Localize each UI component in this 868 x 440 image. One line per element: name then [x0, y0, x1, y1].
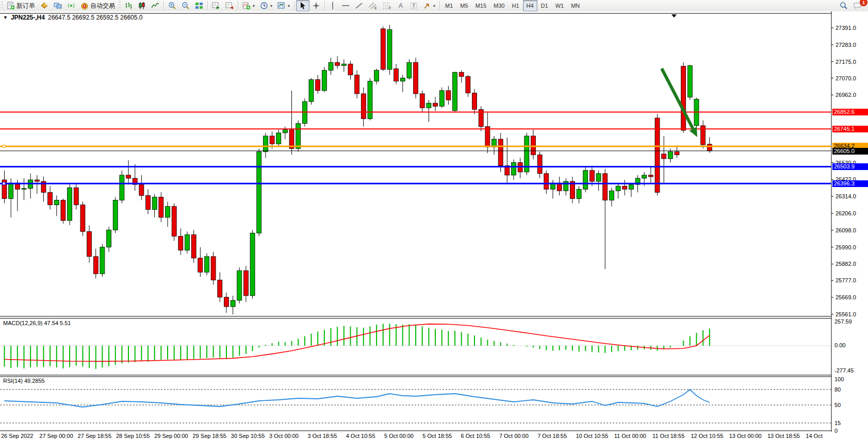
- symbol-dropdown-icon[interactable]: ▼: [3, 15, 8, 20]
- toolbar-grip[interactable]: [119, 1, 121, 10]
- vertical-line-tool[interactable]: [326, 0, 339, 11]
- timeframe-m30[interactable]: M30: [490, 0, 508, 11]
- line-chart-button[interactable]: [149, 0, 162, 11]
- chart-canvas[interactable]: 27391.027283.027175.027070.026962.026530…: [0, 11, 868, 440]
- candlestick-chart-button[interactable]: [135, 0, 149, 11]
- chart-shift-marker[interactable]: [672, 14, 677, 18]
- time-axis-label: 4 Oct 10:55: [346, 433, 375, 439]
- toolbar-grip[interactable]: [1, 1, 3, 10]
- trendline-tool[interactable]: [352, 0, 366, 11]
- candle-bullish: [427, 103, 431, 108]
- time-axis-label: 11 Oct 18:55: [652, 433, 684, 439]
- candle-bullish: [453, 72, 457, 110]
- time-axis-label: 27 Sep 00:00: [39, 433, 73, 439]
- price-tick-label: 25990.0: [836, 244, 856, 250]
- auto-scroll-button[interactable]: [209, 0, 223, 11]
- timeframe-w1[interactable]: W1: [552, 0, 568, 11]
- candle-bearish: [35, 180, 39, 181]
- periods-button[interactable]: ▾: [257, 0, 275, 11]
- time-axis-label: 29 Sep 00:00: [154, 433, 188, 439]
- timeframe-m5[interactable]: M5: [456, 0, 471, 11]
- vertical-line-icon: [329, 2, 336, 10]
- timeframe-m15[interactable]: M15: [472, 0, 490, 11]
- arrows-tool[interactable]: ▾: [420, 0, 438, 11]
- bar-chart-button[interactable]: [122, 0, 135, 11]
- timeframe-m1[interactable]: M1: [441, 0, 456, 11]
- cursor-icon: [299, 2, 307, 10]
- text-label-tool[interactable]: T: [407, 0, 420, 11]
- time-axis-label: 3 Oct 00:00: [269, 433, 299, 439]
- zoom-out-button[interactable]: [179, 0, 192, 11]
- toolbar-separator: [294, 1, 294, 10]
- zoom-in-button[interactable]: [166, 0, 179, 11]
- auto-trading-button[interactable]: 自动交易: [78, 0, 118, 11]
- macd-indicator-label: MACD(12,26,9) 47.54 5.51: [3, 320, 71, 326]
- candlestick-icon: [138, 2, 146, 10]
- monitors-icon: [54, 2, 62, 10]
- candle-bearish: [531, 136, 535, 155]
- support-price-label: 26503.9: [832, 163, 868, 170]
- cursor-tool-button[interactable]: [296, 0, 309, 11]
- channel-tool[interactable]: E: [366, 0, 380, 11]
- fibonacci-tool[interactable]: F: [380, 0, 395, 11]
- market-watch-button[interactable]: [38, 0, 51, 11]
- candle-bullish: [511, 163, 516, 175]
- bar-chart-icon: [124, 2, 133, 10]
- indicators-button[interactable]: ▾: [240, 0, 257, 11]
- candle-bearish: [159, 197, 163, 217]
- candle-bearish: [191, 234, 196, 258]
- candle-bullish: [166, 207, 170, 217]
- timeframe-h4[interactable]: H4: [523, 0, 537, 11]
- candle-bullish: [687, 65, 692, 97]
- templates-button[interactable]: ▾: [275, 0, 292, 11]
- candle-bullish: [407, 62, 412, 78]
- line-drag-handle[interactable]: [3, 145, 5, 147]
- candle-bearish: [93, 257, 98, 274]
- rsi-tick-label: 0: [834, 428, 838, 434]
- price-tick-label: 26314.0: [836, 193, 856, 199]
- macd-tick-label: 0.00: [834, 342, 845, 348]
- svg-text:E: E: [374, 6, 377, 10]
- timeframe-h1[interactable]: H1: [508, 0, 522, 11]
- timeframe-mn[interactable]: MN: [567, 0, 583, 11]
- clock-icon: [260, 2, 268, 10]
- search-button[interactable]: [837, 0, 850, 11]
- new-order-label: 新订单: [17, 2, 35, 10]
- template-icon: [277, 2, 286, 10]
- candle-bearish: [198, 258, 203, 272]
- candle-bullish: [54, 200, 59, 205]
- candle-bullish: [276, 133, 281, 144]
- signals-button[interactable]: [64, 0, 78, 11]
- trendline-icon: [355, 2, 363, 10]
- time-axis: 26 Sep 202227 Sep 00:0027 Sep 18:5528 Se…: [0, 432, 831, 440]
- candle-bullish: [583, 171, 588, 189]
- horizontal-line-tool[interactable]: [339, 0, 352, 11]
- time-axis-label: 3 Oct 18:55: [307, 433, 337, 439]
- candle-bullish: [113, 200, 118, 230]
- line-drag-handle[interactable]: [3, 182, 5, 185]
- chat-button[interactable]: 1: [850, 0, 865, 11]
- toolbar-separator: [238, 1, 238, 10]
- candle-bearish: [544, 174, 549, 189]
- text-tool[interactable]: A: [395, 0, 407, 11]
- candle-bearish: [80, 205, 85, 232]
- candle-bullish: [642, 175, 647, 178]
- zoom-in-icon: [168, 2, 176, 10]
- candle-bullish: [283, 130, 287, 133]
- rsi-tick-label: 15: [834, 420, 841, 426]
- timeframe-d1[interactable]: D1: [537, 0, 552, 11]
- new-order-icon: [7, 2, 15, 10]
- toolbar-separator: [324, 1, 325, 10]
- chart-shift-button[interactable]: [223, 0, 236, 11]
- candle-bearish: [662, 154, 666, 159]
- chart-window[interactable]: 27391.027283.027175.027070.026962.026530…: [0, 11, 868, 440]
- candle-bearish: [433, 103, 438, 106]
- candle-bearish: [139, 184, 144, 195]
- candle-bearish: [355, 75, 359, 93]
- terminal-button[interactable]: [51, 0, 64, 11]
- crosshair-tool-button[interactable]: [309, 0, 323, 11]
- tile-windows-button[interactable]: [192, 0, 206, 11]
- candle-bearish: [623, 186, 627, 189]
- new-order-button[interactable]: 新订单: [4, 0, 38, 11]
- candle-bullish: [231, 300, 235, 307]
